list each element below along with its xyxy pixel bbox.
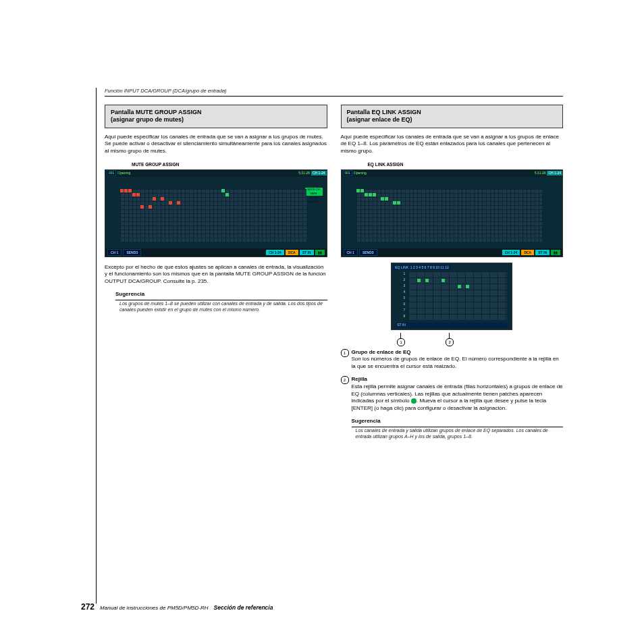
mute-master-btn: MUTE MASTER xyxy=(305,196,323,204)
btn-stin: ST IN xyxy=(300,250,314,255)
left-heading-line2: (asignar grupo de mutes) xyxy=(111,116,184,123)
side-buttons: MUTE CH SAFE MUTE MASTER xyxy=(305,188,323,196)
item2-number: 2 xyxy=(341,376,349,384)
callout-2: 2 xyxy=(446,338,454,346)
detail-rows: 1 2 3 4 5 6 7 8 xyxy=(396,271,508,321)
scene-number-r: 001 xyxy=(343,170,352,176)
btn-dca-r: DCA xyxy=(521,250,534,255)
page-body: Función INPUT DCA/GROUP (DCA/grupo de en… xyxy=(105,88,563,440)
scene-time-r: 5:31:28 xyxy=(533,171,547,176)
btn-dca: DCA xyxy=(286,250,298,255)
right-heading-box: Pantalla EQ LINK ASSIGN (asignar enlace … xyxy=(341,105,564,128)
cond-indicator: CH 1-24 xyxy=(311,171,327,176)
scene-name: Opening xyxy=(116,171,132,176)
item1-body: Son los números de grupos de enlace de E… xyxy=(352,356,564,371)
margin-rule xyxy=(96,88,97,603)
sel-ch-label: CH 1 xyxy=(107,249,122,256)
btn-misc-icon-r: ▮▮ xyxy=(551,250,560,255)
right-intro: Aquí puede especificar los canales de en… xyxy=(341,134,564,155)
screenshot-topbar-r: 001 Opening 5:31:28 CH 1-24 xyxy=(342,170,563,177)
detail-header: EQ LINK 1 2 3 4 5 6 7 8 9 10 11 12 xyxy=(393,265,451,271)
left-after-text: Excepto por el hecho de que estos ajuste… xyxy=(105,264,327,286)
left-screenshot: 001 Opening 5:31:28 CH 1-24 MUTE CH SAFE… xyxy=(105,169,327,257)
left-intro: Aquí puede especificar los canales de en… xyxy=(105,134,327,155)
cond-indicator-r: CH 1-24 xyxy=(547,171,562,176)
page-number: 272 xyxy=(81,602,95,612)
left-heading-line1: Pantalla MUTE GROUP ASSIGN xyxy=(111,109,202,115)
sel-ch-label-r: CH 1 xyxy=(344,249,358,256)
left-heading-box: Pantalla MUTE GROUP ASSIGN (asignar grup… xyxy=(105,105,327,128)
btn-misc-icon: ▮▮ xyxy=(315,250,325,255)
mute-ch-safe-btn: MUTE CH SAFE xyxy=(305,188,323,196)
item1-heading: Grupo de enlace de EQ xyxy=(352,349,564,356)
item2-body: Esta rejilla permite asignar canales de … xyxy=(352,383,564,412)
scene-name-r: Opening xyxy=(352,171,368,176)
btn-ch-range: CH 1-24 xyxy=(266,250,284,255)
btn-ch-range-r: CH 1-24 xyxy=(502,250,520,255)
callout-1: 1 xyxy=(397,338,405,346)
scene-time: 5:31:28 xyxy=(297,171,311,176)
left-sugerencia-body: Los grupos de mutes 1–8 se pueden utiliz… xyxy=(119,301,326,313)
detail-bottom-label: ST IN xyxy=(396,323,508,328)
left-screenshot-caption: MUTE GROUP ASSIGN xyxy=(132,162,327,168)
sug-rule xyxy=(115,300,327,300)
right-screenshot: 001 Opening 5:31:28 CH 1-24 xyxy=(341,169,564,257)
left-column: Pantalla MUTE GROUP ASSIGN (asignar grup… xyxy=(105,105,327,440)
btn-stin-r: ST IN xyxy=(535,250,549,255)
screenshot-topbar: 001 Opening 5:31:28 CH 1-24 xyxy=(105,170,327,177)
right-heading-line1: Pantalla EQ LINK ASSIGN xyxy=(347,109,421,115)
left-sugerencia-label: Sugerencia xyxy=(115,291,327,298)
sug-rule-r xyxy=(352,427,564,427)
detail-callouts: 1 2 xyxy=(391,333,512,344)
detail-inset: EQ LINK 1 2 3 4 5 6 7 8 9 10 11 12 1 2 3… xyxy=(391,263,512,330)
mute-assign-grid xyxy=(120,189,306,242)
right-sugerencia-body: Los canales de entrada y salida utilizan… xyxy=(356,428,562,440)
page-footer: 272 Manual de instrucciones de PM5D/PM5D… xyxy=(81,602,273,612)
right-screenshot-caption: EQ LINK ASSIGN xyxy=(368,162,564,168)
screenshot-bottombar-r: CH 1 SEND3 CH 1-24 DCA ST IN ▮▮ xyxy=(342,248,563,257)
item2-heading: Rejilla xyxy=(352,376,564,383)
definition-list: 1 Grupo de enlace de EQ Son los números … xyxy=(341,349,564,412)
right-heading-line2: (asignar enlace de EQ) xyxy=(347,116,412,123)
scene-number: 001 xyxy=(107,170,116,176)
screenshot-bottombar: CH 1 SEND3 CH 1-24 DCA ST IN ▮▮ xyxy=(105,248,327,257)
item1-number: 1 xyxy=(341,349,349,357)
manual-title: Manual de instrucciones de PM5D/PM5D-RH xyxy=(100,605,209,611)
patch-symbol-icon xyxy=(411,398,417,404)
right-column: Pantalla EQ LINK ASSIGN (asignar enlace … xyxy=(341,105,564,440)
right-sugerencia-label: Sugerencia xyxy=(352,418,564,425)
eq-link-grid xyxy=(356,189,543,242)
running-head: Función INPUT DCA/GROUP (DCA/grupo de en… xyxy=(105,88,563,97)
two-column-layout: Pantalla MUTE GROUP ASSIGN (asignar grup… xyxy=(105,105,563,440)
sel-send-label: SEND3 xyxy=(123,249,141,256)
sel-send-label-r: SEND3 xyxy=(359,249,377,256)
section-title: Sección de referencia xyxy=(214,604,273,611)
